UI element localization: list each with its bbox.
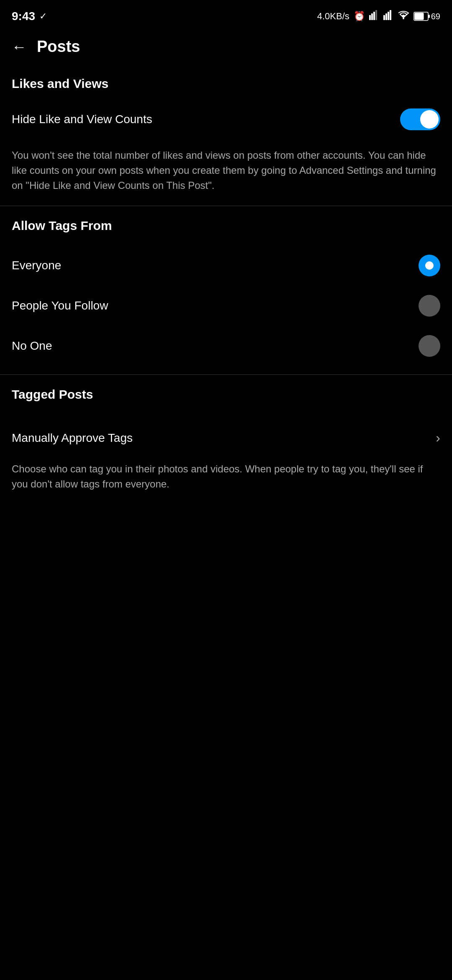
no-one-option-row[interactable]: No One	[12, 326, 440, 366]
no-one-radio[interactable]	[419, 335, 440, 357]
radio-inner-dot	[425, 261, 434, 270]
page-header: ← Posts	[0, 29, 452, 64]
everyone-option-row[interactable]: Everyone	[12, 245, 440, 286]
status-time: 9:43	[12, 10, 35, 23]
status-icons: 4.0KB/s ⏰	[317, 10, 440, 23]
svg-rect-5	[385, 13, 387, 20]
allow-tags-section: Allow Tags From	[0, 206, 452, 245]
people-you-follow-radio[interactable]	[419, 295, 440, 317]
alarm-icon: ⏰	[354, 11, 365, 22]
signal-icon-2	[383, 10, 393, 23]
status-bar: 9:43 ✓ 4.0KB/s ⏰	[0, 0, 452, 29]
svg-rect-2	[373, 12, 375, 20]
no-one-label: No One	[12, 339, 52, 353]
wifi-icon	[398, 10, 409, 23]
svg-rect-1	[371, 13, 373, 20]
toggle-thumb	[420, 110, 439, 129]
hide-like-count-toggle[interactable]	[400, 108, 440, 130]
svg-rect-3	[375, 10, 377, 20]
likes-description: You won't see the total number of likes …	[0, 144, 452, 206]
hide-like-count-label: Hide Like and View Counts	[12, 113, 152, 126]
signal-icon-1	[369, 10, 379, 23]
everyone-label: Everyone	[12, 259, 61, 272]
everyone-radio[interactable]	[419, 255, 440, 276]
svg-rect-11	[414, 13, 424, 20]
tagged-posts-section: Tagged Posts	[0, 375, 452, 418]
people-you-follow-label: People You Follow	[12, 299, 108, 312]
network-speed: 4.0KB/s	[317, 11, 349, 22]
allow-tags-title: Allow Tags From	[12, 219, 440, 233]
likes-and-views-section: Likes and Views Hide Like and View Count…	[0, 64, 452, 144]
svg-rect-7	[390, 10, 391, 20]
manually-approve-label: Manually Approve Tags	[12, 431, 133, 445]
svg-rect-10	[428, 15, 430, 18]
allow-tags-options: Everyone People You Follow No One	[0, 245, 452, 366]
svg-rect-6	[388, 12, 389, 20]
battery-icon: 69	[413, 12, 440, 21]
svg-rect-0	[369, 15, 371, 20]
checkmark-icon: ✓	[39, 11, 47, 22]
manually-approve-row[interactable]: Manually Approve Tags ›	[12, 418, 440, 457]
chevron-right-icon: ›	[436, 430, 440, 446]
tagged-posts-options: Manually Approve Tags ›	[0, 418, 452, 457]
people-you-follow-option-row[interactable]: People You Follow	[12, 286, 440, 326]
svg-rect-4	[383, 15, 385, 20]
svg-point-8	[403, 18, 404, 19]
likes-and-views-title: Likes and Views	[12, 77, 440, 91]
tagged-posts-title: Tagged Posts	[12, 387, 440, 402]
page-title: Posts	[37, 38, 80, 56]
hide-like-count-row[interactable]: Hide Like and View Counts	[12, 99, 440, 139]
tags-description: Choose who can tag you in their photos a…	[0, 457, 452, 504]
back-button[interactable]: ←	[12, 39, 27, 54]
